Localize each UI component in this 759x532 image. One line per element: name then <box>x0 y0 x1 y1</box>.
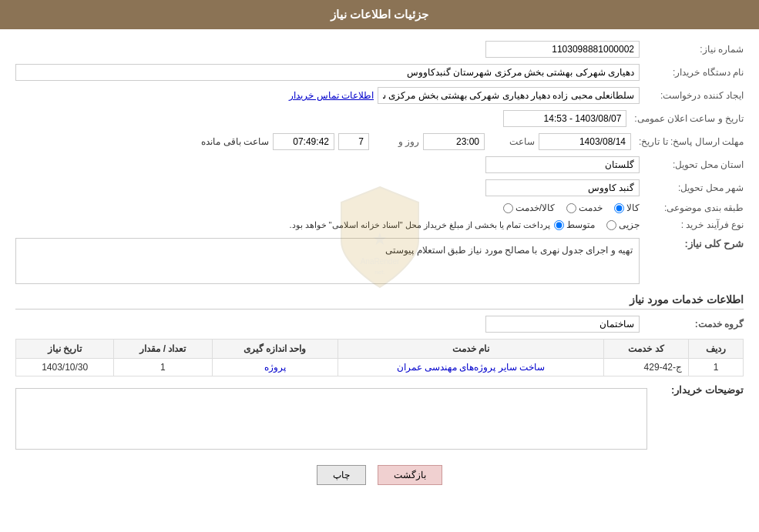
cell-qty: 1 <box>114 359 212 376</box>
category-khadamat-label: خدمت <box>579 202 603 213</box>
purchase-label: نوع فرآیند خرید : <box>643 219 744 230</box>
deadline-label: مهلت ارسال پاسخ: تا تاریخ: <box>635 136 744 147</box>
col-service-code: کد خدمت <box>604 340 689 359</box>
buyer-desc-row: توضیحات خریدار: <box>15 384 744 450</box>
purchase-mottaset[interactable]: متوسط <box>554 219 595 230</box>
category-row: طبقه بندی موضوعی: کالا خدمت کالا/خدمت <box>15 202 744 213</box>
need-number-input[interactable] <box>485 41 640 58</box>
table-header-row: ردیف کد خدمت نام خدمت واحد اندازه گیری ت… <box>16 340 744 359</box>
creator-row: ایجاد کننده درخواست: اطلاعات تماس خریدار <box>15 87 744 104</box>
purchase-jozi-label: جزیی <box>619 219 640 230</box>
purchase-mottaset-label: متوسط <box>566 219 595 230</box>
creator-contact-link[interactable]: اطلاعات تماس خریدار <box>289 90 374 101</box>
need-number-row: شماره نیاز: <box>15 41 744 58</box>
province-input[interactable] <box>485 156 640 173</box>
announce-label: تاریخ و ساعت اعلان عمومی: <box>630 113 744 124</box>
col-row-num: ردیف <box>688 340 743 359</box>
purchase-note: پرداخت تمام یا بخشی از مبلغ خریداز محل "… <box>289 220 550 230</box>
category-label: طبقه بندی موضوعی: <box>643 202 744 213</box>
city-input[interactable] <box>485 179 640 196</box>
cell-date: 1403/10/30 <box>16 359 114 376</box>
province-row: استان محل تحویل: <box>15 156 744 173</box>
service-group-input[interactable] <box>485 316 640 333</box>
buttons-row: بازگشت چاپ <box>15 465 744 485</box>
category-kala-khadamat[interactable]: کالا/خدمت <box>503 202 555 213</box>
cell-service-name: ساخت سایر پروژه‌های مهندسی عمران <box>338 359 604 376</box>
col-service-name: نام خدمت <box>338 340 604 359</box>
print-button[interactable]: چاپ <box>317 465 366 485</box>
page-title: جزئیات اطلاعات نیاز <box>331 8 428 21</box>
purchase-radio-group: جزیی متوسط <box>554 219 640 230</box>
service-group-row: گروه خدمت: <box>15 316 744 333</box>
city-label: شهر محل تحویل: <box>643 182 744 193</box>
cell-unit[interactable]: پروژه <box>212 359 338 376</box>
buyer-org-input[interactable] <box>15 64 640 81</box>
remaining-label: ساعت باقی مانده <box>201 136 269 147</box>
description-label: شرح کلی نیاز: <box>643 238 744 249</box>
purchase-jozi[interactable]: جزیی <box>606 219 640 230</box>
deadline-date-input[interactable] <box>539 133 631 150</box>
back-button[interactable]: بازگشت <box>378 465 442 485</box>
remaining-time-input[interactable] <box>273 133 334 150</box>
col-qty: تعداد / مقدار <box>114 340 212 359</box>
category-khadamat[interactable]: خدمت <box>566 202 603 213</box>
deadline-row: مهلت ارسال پاسخ: تا تاریخ: ساعت روز و سا… <box>15 133 744 150</box>
deadline-days-label: روز و <box>373 136 419 147</box>
buyer-org-label: نام دستگاه خریدار: <box>643 67 744 78</box>
deadline-time-input[interactable] <box>423 133 485 150</box>
buyer-desc-box[interactable] <box>15 388 647 450</box>
page-header: جزئیات اطلاعات نیاز <box>0 0 759 29</box>
category-kala[interactable]: کالا <box>614 202 640 213</box>
services-table: ردیف کد خدمت نام خدمت واحد اندازه گیری ت… <box>15 339 744 376</box>
buyer-desc-label: توضیحات خریدار: <box>651 384 744 396</box>
cell-row-num: 1 <box>688 359 743 376</box>
description-box: تهیه و اجرای جدول نهری با مصالح مورد نیا… <box>15 238 640 284</box>
announce-date-row: تاریخ و ساعت اعلان عمومی: <box>15 110 744 127</box>
need-number-label: شماره نیاز: <box>643 44 744 55</box>
services-section-title: اطلاعات خدمات مورد نیاز <box>15 293 744 309</box>
city-row: شهر محل تحویل: <box>15 179 744 196</box>
buyer-org-row: نام دستگاه خریدار: <box>15 64 744 81</box>
category-kala-label: کالا <box>626 202 640 213</box>
creator-input[interactable] <box>378 87 640 104</box>
col-date: تاریخ نیاز <box>16 340 114 359</box>
announce-date-input[interactable] <box>503 110 626 127</box>
description-value: تهیه و اجرای جدول نهری با مصالح مورد نیا… <box>385 245 633 256</box>
category-radio-group: کالا خدمت کالا/خدمت <box>503 202 640 213</box>
cell-service-code: ج-42-429 <box>604 359 689 376</box>
service-group-label: گروه خدمت: <box>643 319 744 330</box>
province-label: استان محل تحویل: <box>643 159 744 170</box>
purchase-type-row: نوع فرآیند خرید : جزیی متوسط پرداخت تمام… <box>15 219 744 230</box>
deadline-days-input[interactable] <box>338 133 369 150</box>
deadline-time-label: ساعت <box>489 136 535 147</box>
col-unit: واحد اندازه گیری <box>212 340 338 359</box>
creator-label: ایجاد کننده درخواست: <box>643 90 744 101</box>
category-kala-khadamat-label: کالا/خدمت <box>516 202 555 213</box>
table-row: 1 ج-42-429 ساخت سایر پروژه‌های مهندسی عم… <box>16 359 744 376</box>
description-row: شرح کلی نیاز: تهیه و اجرای جدول نهری با … <box>15 238 744 284</box>
